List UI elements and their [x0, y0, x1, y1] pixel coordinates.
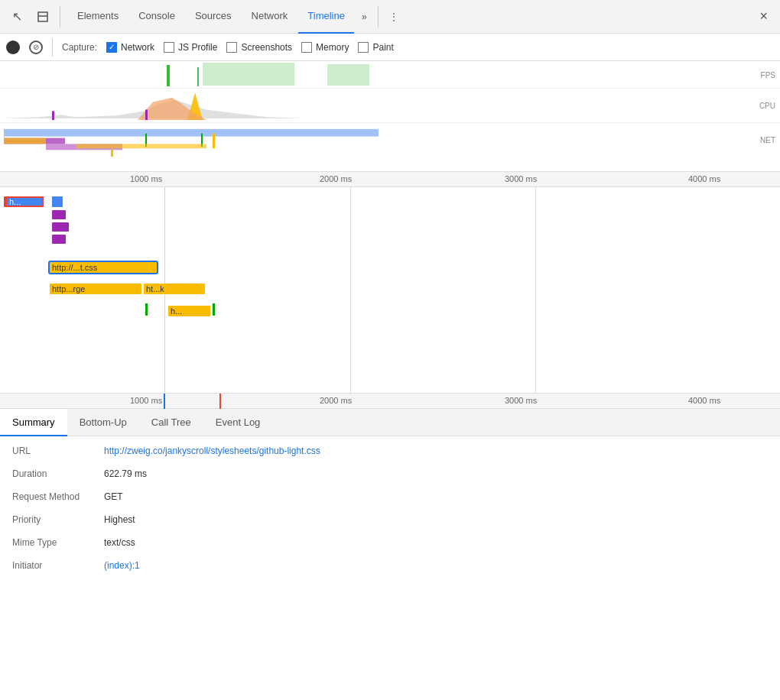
waterfall-content: h... http://...t.css http...rge ht...k h… [0, 187, 780, 394]
network-waterfall[interactable]: 1000 ms 2000 ms 3000 ms 4000 ms h... htt… [0, 172, 780, 394]
record-button[interactable] [6, 41, 20, 54]
bottom-ruler: 1000 ms 2000 ms 3000 ms 4000 ms [0, 394, 780, 409]
green-marker-1 [145, 303, 148, 316]
fps-chart [0, 61, 780, 88]
tab-more[interactable]: » [356, 0, 373, 34]
request-bar-small-blue[interactable] [52, 196, 63, 207]
request-bar-purple-1[interactable] [52, 210, 66, 219]
screenshots-label[interactable]: Screenshots [241, 42, 292, 53]
tab-console[interactable]: Console [129, 0, 184, 34]
screenshots-checkbox-group: Screenshots [226, 42, 292, 53]
tab-event-log[interactable]: Event Log [203, 409, 273, 436]
mime-type-value: text/css [104, 537, 135, 548]
mime-type-key: Mime Type [12, 537, 104, 548]
blue-marker [164, 394, 165, 409]
wf-ruler-1000ms: 1000 ms [130, 174, 162, 183]
wf-ruler-2000ms: 2000 ms [320, 174, 352, 183]
green-marker-2 [213, 303, 215, 316]
wf-ruler-4000ms: 4000 ms [688, 174, 720, 183]
svg-rect-4 [203, 63, 294, 86]
br-4000ms: 4000 ms [688, 396, 720, 405]
initiator-key: Initiator [12, 560, 104, 571]
devtools-icons: ↖ [6, 6, 60, 28]
timeline-vline-2 [350, 187, 351, 394]
mime-type-row: Mime Type text/css [12, 537, 768, 554]
wf-ruler-3000ms: 3000 ms [505, 174, 537, 183]
duration-key: Duration [12, 468, 104, 479]
tab-bottom-up[interactable]: Bottom-Up [67, 409, 139, 436]
request-bar-htk[interactable]: ht...k [144, 284, 205, 294]
initiator-value[interactable]: (index):1 [104, 560, 140, 571]
svg-rect-16 [76, 144, 206, 148]
request-bar-css[interactable]: http://...t.css [50, 262, 157, 273]
request-bar-h2[interactable]: h... [168, 306, 210, 316]
timeline-overview: 1000 ms 2000 ms 3000 ms 4000 ms FPS CPU [0, 61, 780, 172]
panel-tabs: Summary Bottom-Up Call Tree Event Log [0, 409, 780, 436]
priority-value: Highest [104, 514, 135, 525]
summary-panel: URL http://zweig.co/jankyscroll/styleshe… [0, 436, 780, 592]
close-button[interactable]: × [753, 0, 774, 34]
capture-label: Capture: [62, 42, 97, 53]
cursor-icon[interactable]: ↖ [6, 6, 28, 28]
url-value[interactable]: http://zweig.co/jankyscroll/stylesheets/… [104, 446, 320, 456]
cpu-row: CPU [0, 88, 780, 122]
jsprofile-checkbox-group: JS Profile [164, 42, 217, 53]
jsprofile-label[interactable]: JS Profile [178, 42, 217, 53]
tab-call-tree[interactable]: Call Tree [139, 409, 203, 436]
duration-value: 622.79 ms [104, 468, 147, 479]
memory-checkbox[interactable] [301, 42, 312, 53]
stop-button[interactable]: ⊘ [29, 41, 43, 54]
svg-rect-9 [145, 109, 148, 120]
paint-checkbox[interactable] [358, 42, 369, 53]
br-2000ms: 2000 ms [320, 396, 352, 405]
network-checkbox[interactable] [106, 42, 117, 53]
capture-divider [52, 38, 53, 57]
tab-elements[interactable]: Elements [68, 0, 128, 34]
tab-network[interactable]: Network [242, 0, 297, 34]
fps-row: FPS [0, 61, 780, 88]
net-chart [0, 123, 780, 157]
svg-rect-10 [4, 129, 379, 137]
box-icon[interactable] [32, 6, 54, 28]
request-method-value: GET [104, 491, 123, 502]
duration-row: Duration 622.79 ms [12, 468, 768, 485]
tab-bar: ↖ Elements Console Sources Network Timel… [0, 0, 780, 34]
more-dots[interactable]: ⋮ [383, 0, 405, 34]
tab-sources[interactable]: Sources [186, 0, 241, 34]
network-label[interactable]: Network [121, 42, 154, 53]
svg-rect-8 [52, 111, 54, 120]
request-method-key: Request Method [12, 491, 104, 502]
initiator-row: Initiator (index):1 [12, 560, 768, 577]
red-marker [219, 394, 221, 409]
request-bar-purple-2[interactable] [52, 222, 69, 232]
jsprofile-checkbox[interactable] [164, 42, 174, 53]
svg-rect-3 [197, 67, 199, 86]
br-1000ms: 1000 ms [130, 396, 162, 405]
memory-checkbox-group: Memory [301, 42, 349, 53]
svg-rect-2 [167, 65, 170, 86]
svg-rect-13 [4, 138, 46, 144]
screenshots-checkbox[interactable] [226, 42, 237, 53]
tab-separator [378, 6, 379, 28]
priority-key: Priority [12, 514, 104, 525]
request-bar-purple-3[interactable] [52, 235, 66, 244]
request-bar-rge[interactable]: http...rge [50, 284, 141, 294]
svg-rect-18 [213, 134, 215, 149]
tab-summary[interactable]: Summary [0, 409, 67, 436]
net-row: NET [0, 122, 780, 157]
waterfall-ruler: 1000 ms 2000 ms 3000 ms 4000 ms [0, 172, 780, 187]
timeline-vline-3 [535, 187, 536, 394]
capture-bar: ⊘ Capture: Network JS Profile Screenshot… [0, 34, 780, 61]
svg-rect-0 [38, 12, 47, 21]
svg-rect-17 [111, 149, 113, 157]
paint-label[interactable]: Paint [372, 42, 393, 53]
network-checkbox-group: Network [106, 42, 154, 53]
request-method-row: Request Method GET [12, 491, 768, 508]
br-3000ms: 3000 ms [505, 396, 537, 405]
paint-checkbox-group: Paint [358, 42, 393, 53]
memory-label[interactable]: Memory [316, 42, 349, 53]
tab-timeline[interactable]: Timeline [298, 0, 354, 34]
cpu-chart [0, 89, 780, 122]
svg-rect-5 [327, 64, 369, 86]
request-bar-h[interactable]: h... [4, 196, 44, 207]
